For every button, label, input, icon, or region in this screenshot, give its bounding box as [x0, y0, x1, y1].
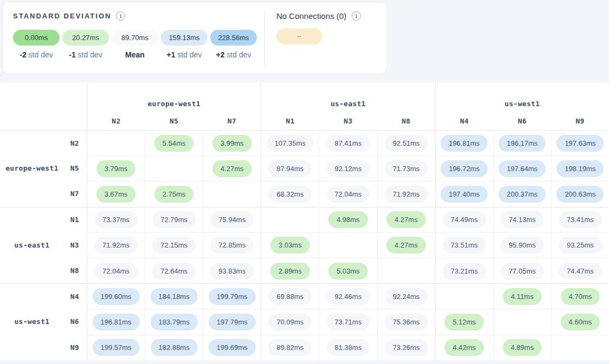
latency-pill: 197.40ms [440, 186, 488, 203]
row-header: europe-west1N5 [0, 155, 87, 181]
std-legend-pill: 20.27ms [62, 30, 109, 46]
std-deviation-title: STANDARD DEVIATION [13, 12, 111, 20]
row-header: us-west1N6 [0, 309, 87, 334]
latency-cell: 73.41ms [551, 207, 609, 232]
latency-pill: 198.19ms [556, 160, 604, 177]
node-column-headers: N1N3N8 [261, 117, 435, 125]
latency-cell: 184.18ms [145, 283, 203, 309]
node-column-header: N6 [493, 117, 551, 125]
latency-pill: 72.04ms [94, 263, 138, 280]
row-node-name: N9 [64, 343, 87, 352]
latency-cell: 196.81ms [87, 309, 145, 334]
latency-pill: 81.38ms [327, 339, 370, 356]
latency-pill: 89.82ms [268, 339, 312, 356]
latency-pill: 182.88ms [151, 339, 198, 356]
latency-cell: 71.92ms [377, 181, 435, 206]
latency-cell: 2.75ms [145, 181, 203, 206]
legend-card: STANDARD DEVIATION i 0.00ms-2 std dev20.… [3, 3, 386, 74]
latency-cell [377, 258, 435, 283]
latency-cell: 199.60ms [87, 283, 145, 309]
row-region-name: us-west1 [0, 317, 64, 326]
row-header: N4 [0, 283, 87, 309]
std-legend-item: 0.00ms-2 std dev [13, 30, 60, 59]
latency-pill: 73.37ms [94, 211, 138, 228]
latency-cell [145, 155, 203, 181]
latency-pill: 87.94ms [268, 160, 312, 177]
latency-pill: 74.13ms [501, 211, 544, 228]
row-node-name: N4 [64, 292, 87, 301]
latency-pill: 92.46ms [327, 288, 370, 305]
latency-cell: 72.04ms [87, 258, 145, 283]
row-region-name: europe-west1 [0, 164, 64, 172]
latency-matrix: europe-west1N2N5N7us-east1N1N3N8us-west1… [0, 82, 609, 360]
latency-cell: 4.70ms [551, 283, 609, 309]
latency-pill: 4.98ms [328, 211, 368, 228]
latency-cell: 73.21ms [435, 258, 493, 283]
latency-cell: 74.49ms [435, 207, 493, 232]
latency-cell: 70.09ms [261, 309, 319, 334]
latency-cell: 4.60ms [551, 309, 609, 334]
latency-cell: 4.98ms [319, 207, 377, 232]
latency-cell: 72.85ms [203, 232, 261, 258]
region-column-header: us-east1N1N3N8 [261, 82, 435, 130]
latency-pill: 3.67ms [96, 186, 136, 203]
latency-cell: 5.54ms [145, 130, 203, 155]
info-icon[interactable]: i [116, 11, 125, 21]
latency-pill: 5.03ms [328, 263, 368, 280]
no-connections-pill: -- [276, 28, 322, 44]
std-legend-label: +2 std dev [216, 50, 251, 59]
latency-pill: 87.41ms [327, 135, 370, 152]
row-node-name: N3 [64, 241, 87, 249]
latency-pill: 3.03ms [270, 237, 310, 253]
latency-cell: 68.32ms [261, 181, 319, 206]
latency-cell: 73.71ms [319, 309, 377, 334]
latency-cell: 71.73ms [377, 155, 435, 181]
region-column-header: europe-west1N2N5N7 [87, 82, 261, 130]
latency-cell: 197.40ms [435, 181, 493, 206]
latency-pill: 74.49ms [443, 211, 486, 228]
latency-pill: 72.04ms [327, 186, 370, 203]
latency-pill: 4.89ms [503, 339, 542, 356]
std-legend-pill: 228.56ms [210, 30, 257, 46]
latency-cell: 4.11ms [493, 283, 551, 309]
latency-pill: 197.63ms [556, 135, 604, 152]
latency-pill: 200.63ms [556, 186, 604, 203]
latency-cell: 196.17ms [493, 130, 551, 155]
info-icon[interactable]: i [352, 11, 361, 21]
region-name: us-east1 [261, 100, 435, 108]
latency-pill: 199.60ms [93, 288, 140, 305]
latency-pill: 2.75ms [154, 186, 194, 203]
no-connections-title: No Connections (0) [276, 11, 346, 21]
latency-cell: 200.37ms [493, 181, 551, 206]
std-legend-pill: 89.70ms [112, 30, 158, 46]
std-legend-label: Mean [125, 50, 145, 59]
latency-cell: 74.13ms [493, 207, 551, 232]
latency-cell: 2.89ms [261, 258, 319, 283]
latency-cell: 72.15ms [145, 232, 203, 258]
latency-pill: 93.83ms [210, 263, 254, 280]
latency-pill: 4.11ms [503, 288, 542, 305]
latency-pill: 199.69ms [209, 339, 256, 356]
latency-cell: 4.89ms [493, 335, 551, 360]
latency-cell: 183.79ms [145, 309, 203, 334]
latency-cell: 92.51ms [377, 130, 435, 155]
card-divider [264, 10, 265, 66]
node-column-header: N2 [87, 117, 145, 125]
latency-pill: 4.70ms [561, 288, 600, 305]
latency-cell: 72.04ms [319, 181, 377, 206]
latency-pill: 197.64ms [498, 160, 546, 177]
row-node-name: N7 [64, 190, 87, 198]
row-node-name: N5 [64, 164, 87, 172]
node-column-header: N4 [436, 117, 494, 125]
region-name: europe-west1 [87, 100, 261, 108]
latency-cell [87, 130, 145, 155]
latency-cell: 3.79ms [87, 155, 145, 181]
latency-pill: 77.05ms [501, 263, 544, 280]
latency-cell: 4.42ms [435, 335, 493, 360]
latency-cell: 87.41ms [319, 130, 377, 155]
std-legend-item: 89.70msMean [112, 30, 158, 59]
row-region-name: us-east1 [0, 241, 64, 249]
node-column-header: N3 [319, 117, 377, 125]
latency-pill: 107.35ms [267, 135, 314, 152]
latency-cell: 92.12ms [319, 155, 377, 181]
